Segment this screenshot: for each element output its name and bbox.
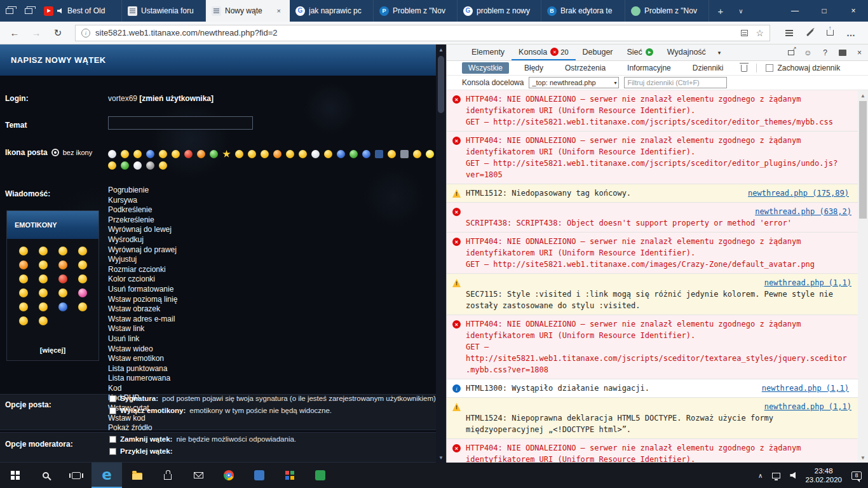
action-center-button[interactable]: 8	[851, 471, 862, 480]
close-button[interactable]: ×	[839, 0, 868, 22]
emoticon[interactable]	[78, 274, 87, 283]
emoticon[interactable]	[19, 288, 28, 297]
console-message[interactable]: newthread.php (175,89) HTML1512: Niedopa…	[447, 184, 858, 203]
site-info-icon[interactable]: i	[81, 29, 90, 37]
editor-button[interactable]: Wyrównaj do lewej	[108, 225, 177, 235]
emoticon[interactable]	[39, 274, 48, 283]
post-icon[interactable]	[108, 161, 116, 170]
post-icon[interactable]	[121, 161, 129, 170]
browser-tab[interactable]: P Problem z "Nov	[374, 0, 458, 22]
browser-tab[interactable]: Ustawienia foru	[122, 0, 206, 22]
emoticon[interactable]	[78, 247, 87, 255]
console-filter[interactable]: Wszystkie	[462, 62, 509, 74]
emoticon[interactable]	[39, 288, 48, 297]
emoticon[interactable]	[58, 247, 67, 255]
devtools-tab[interactable]: Wydajność	[660, 44, 713, 60]
emoticon[interactable]	[19, 274, 28, 283]
post-icon[interactable]	[133, 150, 142, 158]
devtools-tab[interactable]: Sieć	[620, 44, 660, 60]
checkbox[interactable]	[109, 448, 116, 455]
console-filter[interactable]: Ostrzeżenia	[559, 62, 612, 74]
editor-button[interactable]: Lista punktowana	[108, 364, 177, 374]
emoticon[interactable]	[19, 302, 28, 311]
more-menu-icon[interactable]: …	[846, 28, 855, 38]
post-icon[interactable]	[362, 150, 370, 158]
emoticon[interactable]	[39, 302, 48, 311]
post-icon[interactable]	[299, 150, 307, 158]
emoticon[interactable]	[78, 261, 87, 269]
scroll-down-icon[interactable]: ▼	[436, 452, 446, 463]
taskbar-chrome-button[interactable]	[214, 463, 244, 488]
start-button[interactable]	[0, 463, 31, 488]
post-icon[interactable]	[121, 150, 129, 158]
hidden-icons-chevron[interactable]: ∧	[758, 472, 763, 479]
post-icon[interactable]	[261, 150, 269, 158]
console-message[interactable]: newthread.php (638,2) SCRIPT438: SCRIPT4…	[447, 203, 858, 233]
editor-button[interactable]: Usuń link	[108, 334, 177, 344]
post-icon[interactable]	[337, 150, 345, 158]
post-icon[interactable]	[400, 150, 409, 158]
post-icon[interactable]	[159, 150, 167, 158]
post-icon[interactable]	[311, 150, 320, 158]
scrollbar-thumb[interactable]	[438, 56, 444, 113]
editor-button[interactable]: Podkreślenie	[108, 205, 177, 215]
post-icon[interactable]	[349, 150, 358, 158]
editor-button[interactable]: Wstaw wideo	[108, 344, 177, 355]
source-link[interactable]: newthread.php (638,2)	[466, 206, 851, 217]
taskbar-mail-button[interactable]	[183, 463, 214, 488]
post-icon[interactable]	[426, 150, 434, 158]
taskbar-app-grid-button[interactable]	[275, 463, 305, 488]
checkbox[interactable]	[109, 395, 116, 402]
emoticon[interactable]	[58, 288, 67, 297]
no-icon-radio[interactable]	[51, 149, 59, 156]
tab-close-button[interactable]: ×	[275, 6, 283, 15]
source-link[interactable]: newthread.php (175,89)	[748, 187, 849, 199]
console-filter[interactable]: Dzienniki	[686, 62, 730, 74]
editor-button[interactable]: Rozmiar czcionki	[108, 265, 177, 275]
post-icon[interactable]	[235, 150, 243, 158]
post-icon[interactable]	[159, 161, 167, 170]
emoticon[interactable]	[58, 274, 67, 283]
emoticon[interactable]	[39, 316, 48, 325]
emoticon[interactable]	[39, 247, 48, 255]
add-favorite-icon[interactable]: ☆	[756, 28, 764, 38]
console-message[interactable]: HTTP404: NIE ODNALEZIONO — serwer nie zn…	[447, 90, 858, 132]
post-icon[interactable]	[222, 150, 231, 158]
minimize-button[interactable]: —	[780, 0, 810, 22]
console-filter[interactable]: Informacyjne	[621, 62, 677, 74]
source-link[interactable]: newthread.php (1,1)	[762, 383, 849, 394]
console-scrollbar[interactable]: ▲ ▼	[858, 90, 868, 463]
browser-tab[interactable]: G problem z nowy	[458, 0, 541, 22]
subject-input[interactable]	[108, 116, 253, 130]
console-message[interactable]: HTTP404: NIE ODNALEZIONO — serwer nie zn…	[447, 233, 858, 274]
browser-tab[interactable]: Problem z "Nov	[625, 0, 709, 22]
browser-tab[interactable]: Nowy wąte ×	[206, 0, 290, 22]
emoticon[interactable]	[78, 288, 87, 297]
checkbox[interactable]	[109, 407, 116, 414]
scroll-up-icon[interactable]: ▲	[436, 44, 446, 55]
post-icon[interactable]	[197, 150, 205, 158]
reading-view-icon[interactable]	[741, 30, 748, 36]
browser-tab[interactable]: B Brak edytora te	[541, 0, 625, 22]
task-view-button[interactable]	[61, 463, 92, 488]
help-button[interactable]: ?	[817, 44, 834, 60]
change-user-link[interactable]: [zmień użytkownika]	[139, 94, 214, 103]
post-icon[interactable]	[273, 150, 281, 158]
checkbox[interactable]	[109, 436, 116, 443]
console-message[interactable]: HTTP404: NIE ODNALEZIONO — serwer nie zn…	[447, 439, 858, 463]
post-icon[interactable]	[286, 150, 294, 158]
post-icon[interactable]	[324, 150, 332, 158]
post-icon[interactable]	[146, 161, 154, 170]
post-icon[interactable]	[108, 150, 116, 158]
editor-button[interactable]: Kursywa	[108, 196, 177, 206]
post-icon[interactable]	[133, 161, 142, 170]
editor-button[interactable]: Wstaw adres e-mail	[108, 315, 177, 325]
taskbar-store-button[interactable]	[153, 463, 183, 488]
browser-tab[interactable]: G jak naprawic pc	[290, 0, 374, 22]
editor-button[interactable]: Kod	[108, 384, 177, 394]
browser-tab[interactable]: Best of Old	[38, 0, 122, 22]
more-emoticons-link[interactable]: [więcej]	[7, 346, 98, 354]
editor-button[interactable]: Wyjustuj	[108, 255, 177, 265]
console-message[interactable]: newthread.php (1,1) HTML1300: Wystąpiło …	[447, 379, 858, 398]
tabs-set-aside-button[interactable]	[0, 0, 19, 22]
